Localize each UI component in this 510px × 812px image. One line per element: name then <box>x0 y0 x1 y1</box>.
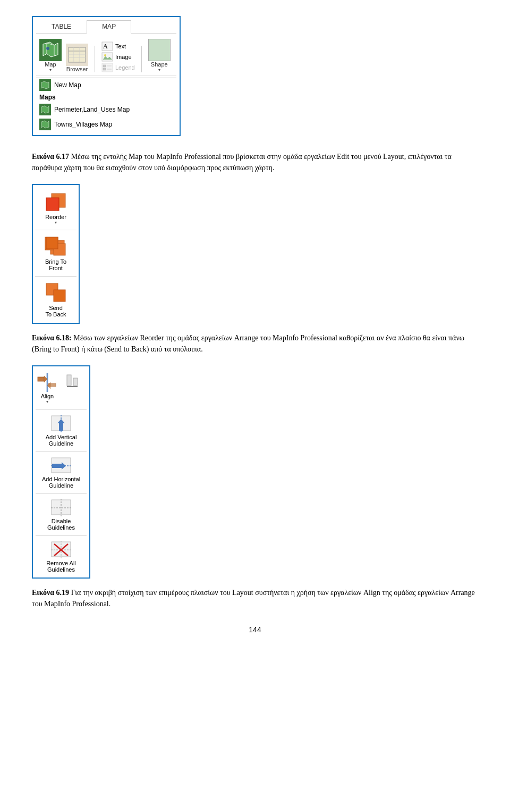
toolbar-item-add-vertical[interactable]: Add Vertical Guideline <box>36 412 87 448</box>
new-map-icon <box>39 79 51 91</box>
svg-text:A: A <box>103 43 108 50</box>
svg-rect-41 <box>59 423 63 431</box>
figure-2-reorder: Reorder ▾ Bring To Front <box>32 184 80 324</box>
shape-dropdown-arrow[interactable]: ▾ <box>158 68 160 72</box>
svg-rect-28 <box>54 290 65 302</box>
toolbar-item-disable-guidelines[interactable]: Disable Guidelines <box>36 496 87 532</box>
align-dropdown[interactable]: ▾ <box>46 399 48 404</box>
image-label: Image <box>115 54 132 60</box>
browser-label: Browser <box>66 66 88 72</box>
disable-label-2: Guidelines <box>47 524 75 531</box>
toolbar-divider-2 <box>141 46 142 72</box>
browser-icon <box>66 44 88 66</box>
map-item-2-icon <box>39 119 51 130</box>
svg-point-1 <box>46 47 49 50</box>
svg-point-12 <box>104 54 106 56</box>
add-vertical-label-1: Add Vertical <box>46 434 77 440</box>
bring-to-front-label-1: Bring To <box>45 258 66 265</box>
add-horizontal-label-2: Guideline <box>49 482 73 489</box>
caption-2-fignum: Εικόνα 6.18: <box>32 334 72 342</box>
svg-rect-35 <box>67 375 71 386</box>
caption-1: Εικόνα 6.17 Μέσω της εντολής Map του Map… <box>32 151 478 173</box>
send-to-back-label-2: To Back <box>45 311 66 317</box>
add-horizontal-label-1: Add Horizontal <box>42 476 80 482</box>
divider-a3 <box>36 493 86 493</box>
svg-rect-31 <box>38 377 44 381</box>
legend-label: Legend <box>115 64 135 71</box>
map-label: Map <box>45 61 56 68</box>
toolbar-item-map[interactable]: Map ▾ <box>39 39 62 72</box>
svg-rect-26 <box>46 237 58 249</box>
map-item-1-icon <box>39 104 51 115</box>
divider-a4 <box>36 535 86 535</box>
shape-label: Shape <box>151 61 168 68</box>
toolbar-item-send-to-back[interactable]: Send To Back <box>35 279 77 320</box>
caption-1-text: Μέσω της εντολής Map του MapInfo Profess… <box>32 153 452 172</box>
maps-section-title: Maps <box>36 93 176 102</box>
add-vertical-label-2: Guideline <box>49 440 73 447</box>
remove-all-label-1: Remove All <box>46 560 76 566</box>
toolbar-item-add-horizontal[interactable]: Add Horizontal Guideline <box>36 454 87 490</box>
text-label: Text <box>115 43 126 49</box>
align-top-row: Align ▾ <box>33 370 89 406</box>
map-icon <box>39 39 62 61</box>
divider-a1 <box>36 409 86 409</box>
toolbar-divider-1 <box>95 46 95 72</box>
figure-1-toolbar: TABLE MAP Map ▾ <box>32 16 181 136</box>
caption-2: Εικόνα 6.18: Μέσω των εργαλείων Reorder … <box>32 332 478 355</box>
svg-rect-45 <box>52 464 62 468</box>
toolbar-tabs: TABLE MAP <box>36 20 176 34</box>
page-number: 144 <box>32 625 478 634</box>
new-map-row[interactable]: New Map <box>36 77 176 93</box>
svg-rect-13 <box>102 63 113 72</box>
map-dropdown-arrow[interactable]: ▾ <box>49 68 52 72</box>
reorder-label: Reorder <box>45 214 66 220</box>
toolbar-item-align[interactable]: Align ▾ <box>36 372 58 404</box>
caption-3-text: Για την ακριβή στοίχιση των επιμέρους πλ… <box>32 589 475 608</box>
map-list-item-2[interactable]: Towns_Villages Map <box>36 117 176 132</box>
caption-2-text: Μέσω των εργαλείων Reorder της ομάδας ερ… <box>32 334 464 353</box>
toolbar-item-shape[interactable]: Shape ▾ <box>148 39 171 72</box>
map-item-1-label: Perimeter,Land_Uses Map <box>54 106 130 113</box>
shape-icon <box>148 39 171 61</box>
caption-3-fignum: Εικόνα 6.19 <box>32 589 69 597</box>
tab-map[interactable]: MAP <box>87 20 131 34</box>
toolbar-item-image[interactable]: Image <box>101 52 135 62</box>
divider-2 <box>35 276 76 277</box>
reorder-dropdown[interactable]: ▾ <box>55 220 57 225</box>
toolbar-item-legend: Legend <box>101 63 135 72</box>
tab-table[interactable]: TABLE <box>36 20 87 33</box>
figure-3-align: Align ▾ Add Vertical <box>32 365 90 579</box>
new-map-label: New Map <box>54 81 81 89</box>
toolbar-item-align-small[interactable] <box>65 374 80 393</box>
bring-to-front-label-2: Front <box>49 265 63 271</box>
map-list-item-1[interactable]: Perimeter,Land_Uses Map <box>36 102 176 117</box>
svg-rect-22 <box>46 198 59 211</box>
svg-rect-2 <box>69 47 86 62</box>
svg-rect-16 <box>103 68 106 70</box>
caption-1-fignum: Εικόνα 6.17 <box>32 153 69 161</box>
remove-all-label-2: Guidelines <box>47 566 75 573</box>
svg-rect-14 <box>103 65 106 67</box>
align-label: Align <box>41 393 54 399</box>
toolbar-item-browser[interactable]: Browser <box>66 44 88 72</box>
toolbar-item-text[interactable]: A Text <box>101 41 135 51</box>
toolbar-divider-h <box>36 76 176 76</box>
map-item-2-label: Towns_Villages Map <box>54 121 112 128</box>
toolbar-item-reorder[interactable]: Reorder ▾ <box>35 188 77 227</box>
divider-a2 <box>36 451 86 451</box>
disable-label-1: Disable <box>52 518 71 524</box>
caption-3: Εικόνα 6.19 Για την ακριβή στοίχιση των … <box>32 587 478 609</box>
divider-1 <box>35 230 76 230</box>
toolbar-icons-row: Map ▾ Browser <box>36 37 176 74</box>
toolbar-item-bring-to-front[interactable]: Bring To Front <box>35 233 77 273</box>
send-to-back-label-1: Send <box>49 305 63 311</box>
svg-rect-10 <box>102 53 113 61</box>
svg-rect-36 <box>73 378 78 386</box>
toolbar-item-remove-all-guidelines[interactable]: Remove All Guidelines <box>36 538 87 574</box>
